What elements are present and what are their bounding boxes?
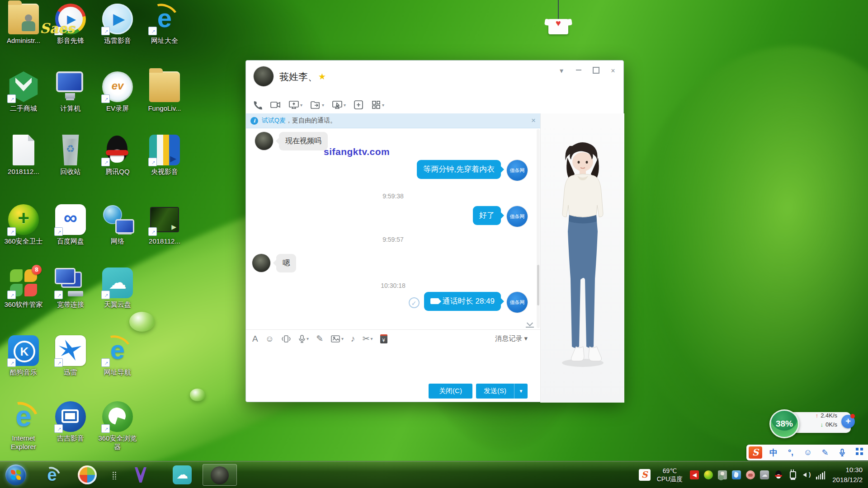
desktop-icon-administrator[interactable]: Administr... — [2, 4, 45, 45]
peer-avatar[interactable] — [252, 254, 270, 272]
message-input-area[interactable] — [246, 347, 540, 379]
handwrite-icon[interactable]: ✎ — [816, 448, 834, 458]
tray-network-signal-icon[interactable] — [816, 470, 825, 479]
notice-close-icon[interactable]: × — [531, 116, 536, 125]
taskbar-media-player-icon[interactable] — [131, 465, 150, 484]
self-avatar[interactable]: 借条网 — [507, 206, 528, 227]
qq-show-panel[interactable] — [540, 113, 624, 403]
desktop-icon-broadband[interactable]: 宽带连接 — [49, 267, 92, 309]
tray-power-plug-icon[interactable] — [788, 470, 797, 479]
dropdown-caret-icon[interactable]: ▾ — [382, 103, 384, 108]
add-to-group-icon[interactable] — [354, 100, 363, 110]
desktop-icon-baidu-netdisk[interactable]: 百度网盘 — [49, 204, 92, 246]
self-avatar[interactable]: 借条网 — [507, 160, 528, 181]
desktop-icon-wangzhi-daohang[interactable]: e 网址导航 — [96, 335, 139, 377]
dropdown-caret-icon[interactable]: ▾ — [341, 336, 344, 341]
dropdown-caret-icon[interactable]: ▾ — [307, 336, 309, 341]
self-avatar[interactable]: 借条网 — [507, 292, 528, 313]
desktop-icon-ev-luping[interactable]: EV录屏 — [96, 71, 139, 113]
taskbar-360-browser-icon[interactable] — [78, 465, 97, 484]
taskbar-qq-chat-task[interactable] — [203, 464, 237, 486]
minimize-button[interactable] — [575, 67, 583, 75]
window-menu-caret[interactable]: ▾ — [557, 67, 566, 75]
tray-volume-icon[interactable] — [802, 470, 811, 479]
sogou-logo-icon[interactable]: S — [749, 446, 762, 459]
toolbox-grid-icon[interactable] — [851, 448, 868, 457]
desktop-icon-network[interactable]: 网络 — [96, 204, 139, 246]
tray-news-icon[interactable] — [746, 470, 755, 479]
call-record-bubble[interactable]: 通话时长 28:49 — [424, 292, 501, 311]
voice-call-icon[interactable] — [252, 100, 262, 110]
red-packet-icon[interactable]: ¥ — [380, 334, 387, 343]
desktop-icon-xunlei-yingyin[interactable]: 迅雷影音 — [96, 4, 139, 45]
send-button[interactable]: 发送(S) — [476, 384, 514, 399]
emoticon-icon[interactable]: ☺ — [799, 448, 816, 457]
accelerate-plus-button[interactable]: + — [841, 415, 855, 428]
desktop-icon-recycle-bin[interactable]: 回收站 — [49, 135, 92, 176]
file-transfer-icon[interactable]: ▾ — [310, 100, 324, 110]
desktop-icon-tianyi-cloud[interactable]: 天翼云盘 — [96, 267, 139, 309]
image-icon[interactable]: ▾ — [330, 334, 344, 343]
tray-contacts-icon[interactable] — [718, 470, 727, 479]
close-chat-button[interactable]: 关闭(C) — [429, 384, 472, 399]
memory-percent-ball[interactable]: 38% — [769, 409, 799, 438]
dropdown-caret-icon[interactable]: ▾ — [322, 103, 324, 108]
video-call-icon[interactable] — [270, 100, 281, 110]
chat-scrollbar[interactable] — [537, 129, 540, 328]
tray-sogou-icon[interactable]: S — [639, 469, 651, 481]
dropdown-caret-icon[interactable]: ▾ — [300, 103, 302, 108]
tray-cloud-backup-icon[interactable] — [760, 470, 769, 479]
punctuation-icon[interactable]: °, — [782, 448, 799, 457]
message-list[interactable]: 现在视频吗 sifangktv.com 等两分钟,先穿着内衣 借条网 9:59:… — [246, 128, 540, 329]
desktop-icon-kugou[interactable]: 酷狗音乐 — [2, 335, 45, 377]
desktop-icon-video-2018112[interactable]: 2018112... — [143, 204, 186, 246]
tray-pc-manager-icon[interactable] — [732, 470, 741, 479]
tray-360-safe-icon[interactable] — [704, 470, 713, 479]
microphone-icon[interactable] — [834, 448, 851, 457]
desktop-icon-computer[interactable]: 计算机 — [49, 71, 92, 113]
app-box-icon[interactable]: ▾ — [371, 100, 384, 110]
desktop-icon-fungolive[interactable]: FungoLiv... — [143, 71, 186, 113]
cn-mode-icon[interactable]: 中 — [765, 447, 782, 458]
remote-assist-icon[interactable]: ▾ — [332, 100, 346, 110]
desktop-icon-360-browser[interactable]: 360安全浏览器 — [96, 401, 139, 451]
desktop-icon-wangzhi-daquan[interactable]: e 网址大全 — [143, 4, 186, 45]
desktop-icon-ershou-shangcheng[interactable]: 二手商城 — [2, 71, 45, 113]
screen-demo-icon[interactable]: ▾ — [288, 100, 302, 110]
taskbar-clock[interactable]: 10:30 2018/12/2 — [832, 465, 863, 485]
send-options-caret[interactable]: ▼ — [514, 384, 528, 399]
desktop-icon-yangshi-yingyin[interactable]: 央视影音 — [143, 135, 186, 176]
tray-announce-icon[interactable] — [690, 470, 699, 479]
start-button[interactable] — [5, 465, 26, 485]
desktop-icon-360-safe[interactable]: 360安全卫士 — [2, 204, 45, 246]
desktop-icon-jiji-yingyin[interactable]: 吉吉影音 — [49, 401, 92, 443]
close-window-button[interactable]: × — [609, 67, 617, 75]
contact-avatar[interactable] — [254, 66, 274, 86]
desktop-icon-yingyin-xianfeng[interactable]: Saes 影音先锋 — [49, 4, 92, 45]
tray-qq-icon[interactable] — [774, 470, 783, 479]
scroll-to-bottom-icon[interactable] — [526, 320, 534, 328]
desktop-icon-doc-2018112[interactable]: 2018112... — [2, 135, 45, 176]
tshirt-hanger-widget[interactable]: ♥ — [545, 0, 576, 36]
voice-message-icon[interactable]: ▾ — [298, 334, 309, 343]
music-icon[interactable]: ♪ — [351, 334, 355, 343]
window-titlebar[interactable]: 莪姓李、 ★ ▾ × — [246, 61, 623, 93]
speed-ball-widget[interactable]: ↑2.4K/s ↓0K/s + 38% — [769, 409, 853, 438]
taskbar-ie-icon[interactable]: e — [42, 465, 61, 484]
dropdown-caret-icon[interactable]: ▾ — [344, 103, 346, 108]
screenshot-icon[interactable]: ✂ ▾ — [363, 334, 373, 343]
handwrite-icon[interactable]: ✎ — [316, 334, 323, 343]
peer-avatar[interactable] — [255, 132, 273, 150]
desktop-icon-360-software-manager[interactable]: 8 360软件管家 — [2, 267, 45, 309]
maximize-button[interactable] — [592, 67, 600, 75]
desktop-icon-internet-explorer[interactable]: e Internet Explorer — [2, 401, 45, 451]
scrollbar-thumb[interactable] — [537, 265, 539, 305]
qmic-link[interactable]: 试试Q麦 — [262, 117, 286, 125]
desktop-icon-xunlei[interactable]: 迅雷 — [49, 335, 92, 377]
taskbar-tianyi-cloud-icon[interactable]: ☁ — [173, 465, 192, 484]
desktop-icon-tencent-qq[interactable]: 腾讯QQ — [96, 135, 139, 176]
emoticon-icon[interactable]: ☺ — [265, 334, 274, 343]
message-history-button[interactable]: 消息记录 ▾ — [495, 334, 528, 343]
font-icon[interactable]: A — [252, 334, 258, 343]
nudge-icon[interactable] — [281, 334, 291, 343]
